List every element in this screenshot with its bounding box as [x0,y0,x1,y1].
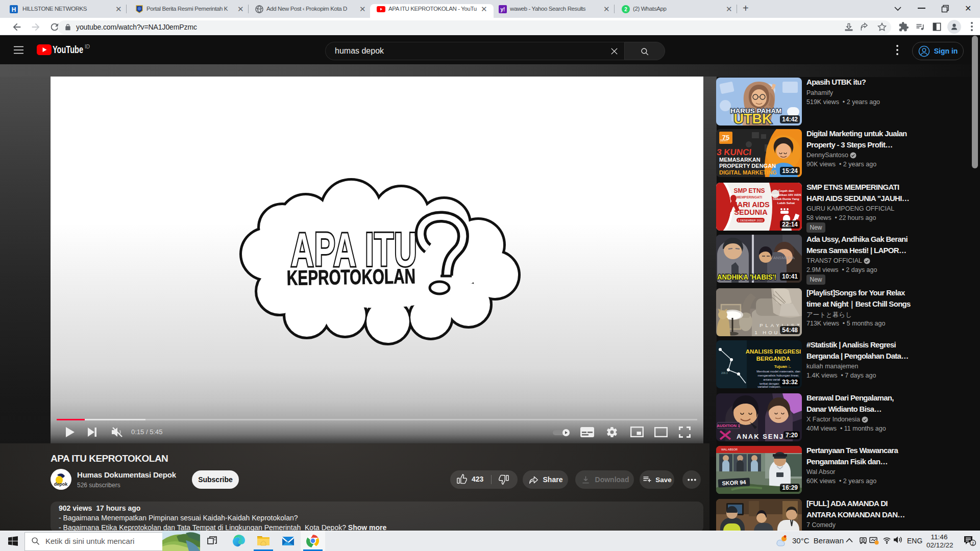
svg-text:2: 2 [624,7,627,12]
svg-text:1 DESEMBER 2022: 1 DESEMBER 2022 [738,219,763,222]
svg-text:BERGANDA: BERGANDA [756,356,790,362]
svg-text:ANAK SENJA: ANAK SENJA [737,433,790,440]
svg-text:SMP ETNS: SMP ETNS [733,187,765,194]
svg-text:3 KUNCI: 3 KUNCI [716,147,752,157]
svg-text:YouTube: YouTube [53,43,83,55]
svg-text:2: 2 [971,541,974,546]
svg-text:HARI AIDS: HARI AIDS [732,201,770,209]
svg-text:AUDITION 1: AUDITION 1 [717,423,740,428]
svg-text:Untuk Dunia Yang: Untuk Dunia Yang [773,197,799,201]
svg-text:variabel indepen.: variabel indepen. [757,385,781,388]
svg-text:depok: depok [54,482,68,487]
svg-text:ANALISIS REGRESI: ANALISIS REGRESI [746,348,801,355]
svg-text:209.3: 209.3 [721,371,728,374]
svg-text:PROPERTY DENGAN: PROPERTY DENGAN [719,163,776,169]
svg-text:SKOR 94: SKOR 94 [722,479,747,486]
svg-text:ANSMEDIA: ANSMEDIA [773,256,795,260]
svg-text:SEDUNIA: SEDUNIA [734,208,768,216]
svg-text:UTBK: UTBK [734,111,772,126]
svg-text:DIGITAL MARKETING: DIGITAL MARKETING [719,169,777,176]
svg-text:KEPROTOKOLAN: KEPROTOKOLAN [287,264,416,290]
svg-text:Cegah dan: Cegah dan [778,189,794,192]
svg-text:Membuat model matematis, dan: Membuat model matematis, dan [756,370,800,373]
svg-text:Lebih Sehat: Lebih Sehat [777,202,795,205]
svg-text:Kendalikan HIV AIDS: Kendalikan HIV AIDS [771,193,801,196]
svg-text:WAL ABSOR: WAL ABSOR [721,448,738,451]
svg-text:DENNY: DENNY [720,139,728,142]
svg-text:ANDHIKA 'HABIS'!: ANDHIKA 'HABIS'! [717,272,776,281]
svg-text:y!: y! [501,7,505,12]
svg-text:MEMPERINGATI: MEMPERINGATI [737,195,762,199]
svg-text:H: H [12,6,16,13]
svg-text:Tujuan :.: Tujuan :. [774,364,791,369]
svg-text:menganalisis hubungan linear,: menganalisis hubungan linear, [757,374,799,377]
svg-text:MEMASARKAN: MEMASARKAN [719,157,761,163]
